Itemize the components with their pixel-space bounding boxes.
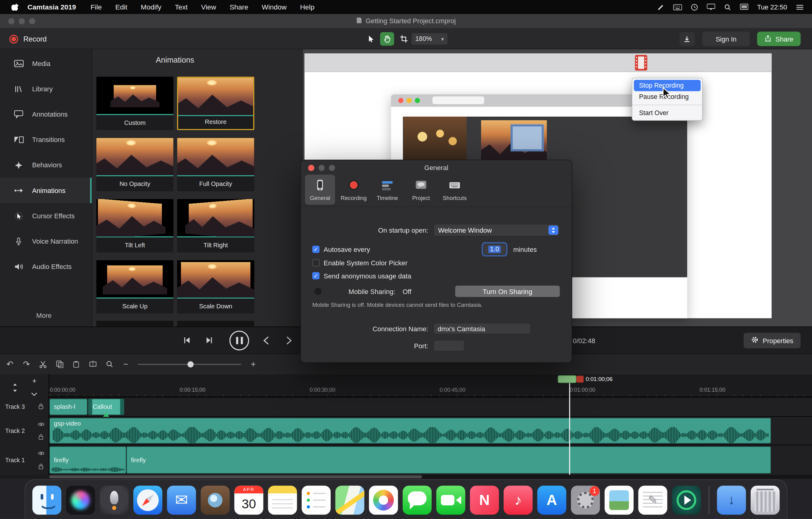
dock-photo-booth-icon[interactable] [201,485,230,514]
animation-card-tilt-left[interactable]: Tilt Left [96,199,174,252]
lock-icon[interactable] [38,462,44,471]
lock-icon[interactable] [38,433,44,442]
dock-photos-icon[interactable] [369,485,398,514]
turn-on-sharing-button[interactable]: Turn On Sharing [455,285,560,297]
sidebar-item-audio-effects[interactable]: Audio Effects [0,254,91,279]
dock-news-icon[interactable]: N [470,485,499,514]
dock-system-preferences-icon[interactable]: 1 [571,485,600,514]
sidebar-item-annotations[interactable]: Annotations [0,102,91,127]
playhead-in-handle[interactable] [558,375,576,383]
animation-card-tilt-right[interactable]: Tilt Right [177,199,254,252]
apple-menu[interactable] [11,3,19,11]
app-menu[interactable]: Camtasia 2019 [27,3,76,11]
pen-icon[interactable] [657,3,664,11]
add-track-button[interactable]: + [32,377,37,385]
menu-edit[interactable]: Edit [115,3,127,11]
animation-card-partial[interactable] [177,321,254,327]
sign-in-button[interactable]: Sign In [702,32,750,47]
zoom-slider-handle[interactable] [187,361,194,367]
next-frame-button[interactable] [205,336,214,345]
prefs-tab-shortcuts[interactable]: Shortcuts [440,174,469,204]
previous-frame-button[interactable] [182,336,191,345]
dock-launchpad-icon[interactable] [100,485,129,514]
menu-share[interactable]: Share [230,3,248,11]
crop-tool-button[interactable] [397,32,411,46]
menu-window[interactable]: Window [262,3,287,11]
keyboard-icon[interactable] [673,4,682,10]
animation-card-custom[interactable]: Custom [96,77,174,130]
pause-button[interactable] [229,331,249,351]
color-picker-checkbox[interactable] [312,259,320,267]
sidebar-item-media[interactable]: Media [0,51,91,76]
sidebar-item-transitions[interactable]: Transitions [0,127,91,152]
animation-card-full-opacity[interactable]: Full Opacity [177,138,254,191]
keyframe-marker[interactable] [103,412,109,417]
search-icon[interactable] [724,3,731,11]
dock-trash-icon[interactable] [751,485,780,514]
menu-bar-clock[interactable]: Tue 22:50 [757,3,787,11]
dock-downloads-icon[interactable]: ↓ [717,485,746,514]
lock-icon[interactable] [38,402,44,412]
clip-splash-l[interactable]: splash-l [49,399,88,415]
clip-firefly[interactable]: firefly [126,446,771,474]
playhead-out-handle[interactable] [577,376,584,383]
dock-preview-icon[interactable] [605,485,634,514]
sidebar-item-cursor-effects[interactable]: Cursor Effects [0,203,91,228]
horizontal-scrollbar[interactable] [49,475,812,479]
clip-gsp-video[interactable]: gsp-video [49,418,771,444]
collapse-tracks-button[interactable] [31,389,37,398]
sidebar-item-library[interactable]: Library [0,76,91,102]
port-input[interactable] [433,340,465,351]
recorder-film-icon[interactable] [635,55,647,73]
prefs-tab-project[interactable]: Project [406,174,436,204]
dock-maps-icon[interactable] [335,485,364,514]
dock-app-store-icon[interactable]: A [537,485,566,514]
prefs-tab-general[interactable]: General [305,174,335,204]
dialog-titlebar[interactable]: General [301,160,572,175]
animation-card-scale-down[interactable]: Scale Down [177,260,254,313]
sidebar-item-animations[interactable]: Animations [0,178,91,203]
dock-calendar-icon[interactable]: APR30 [234,485,263,514]
eye-icon[interactable] [37,419,44,429]
playhead-line[interactable] [569,383,570,475]
dock-mail-icon[interactable]: ✉ [167,485,196,514]
autosave-checkbox[interactable]: ✓ [312,246,320,253]
sidebar-more-button[interactable]: More [36,311,52,319]
animation-card-restore[interactable]: Restore [177,77,254,130]
zoom-level-select[interactable]: 180% ▾ [411,33,448,45]
menu-text[interactable]: Text [175,3,187,11]
dock-music-icon[interactable]: ♪ [503,485,532,514]
dock-reminders-icon[interactable] [302,485,331,514]
screen-icon[interactable] [740,4,748,10]
properties-button[interactable]: Properties [743,333,801,348]
dock-messages-icon[interactable] [403,485,432,514]
dock-facetime-icon[interactable] [436,485,465,514]
hand-tool-button[interactable] [380,32,394,46]
clip-firefly[interactable]: firefly [49,446,126,474]
prefs-tab-timeline[interactable]: Timeline [372,174,402,204]
download-button[interactable] [679,32,695,46]
menu-help[interactable]: Help [300,3,315,11]
menu-file[interactable]: File [91,3,102,11]
scrollbar-thumb[interactable] [49,475,422,479]
record-button[interactable]: Record [9,28,47,49]
recorder-menu-item-start-over[interactable]: Start Over [634,107,701,118]
paste-button[interactable] [71,360,81,368]
split-button[interactable] [88,360,97,368]
sidebar-item-behaviors[interactable]: Behaviors [0,152,91,178]
prefs-tab-recording[interactable]: Recording [339,174,369,204]
timeline-ruler[interactable]: 0:00:00;000:00:15;000:00:30;000:00:45;00… [49,383,812,397]
zoom-in-button[interactable]: + [249,359,258,369]
dock-notes-icon[interactable] [268,485,297,514]
connection-name-input[interactable]: dmx's Camtasia [433,323,531,334]
cut-button[interactable] [38,360,48,368]
track-height-button[interactable] [12,383,18,394]
cursor-tool-button[interactable] [364,32,378,46]
copy-button[interactable] [55,360,64,368]
startup-open-select[interactable]: Welcome Window [433,224,560,236]
sidebar-item-voice-narration[interactable]: Voice Narration [0,229,91,254]
jump-forward-button[interactable] [286,336,292,345]
animation-card-partial[interactable] [96,321,174,327]
clock-icon[interactable] [691,3,698,11]
animation-card-scale-up[interactable]: Scale Up [96,260,174,313]
